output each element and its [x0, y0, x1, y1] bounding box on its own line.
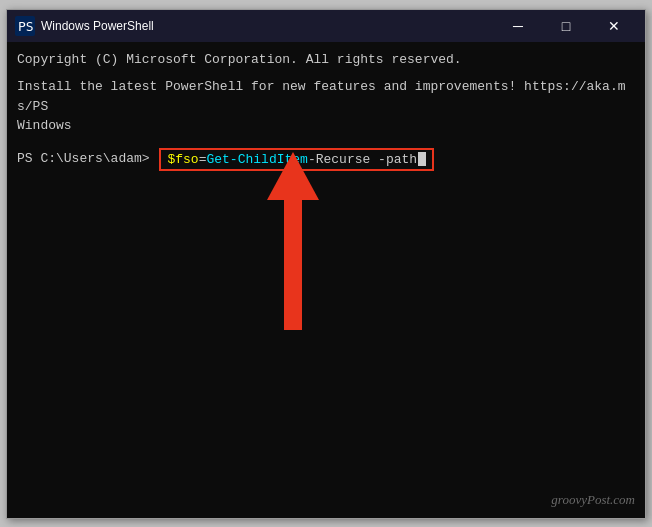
- cmd-assign: =: [199, 152, 207, 167]
- svg-text:PS: PS: [18, 19, 34, 34]
- terminal-line-3: Install the latest PowerShell for new fe…: [17, 77, 635, 116]
- watermark: groovyPost.com: [551, 492, 635, 508]
- arrow-shaft: [284, 200, 302, 330]
- minimize-button[interactable]: ─: [495, 10, 541, 42]
- prompt-text: PS C:\Users\adam>: [17, 149, 150, 169]
- title-bar: PS Windows PowerShell ─ □ ✕: [7, 10, 645, 42]
- maximize-button[interactable]: □: [543, 10, 589, 42]
- terminal-line-4: Windows: [17, 116, 635, 136]
- cursor: [418, 152, 426, 166]
- terminal-body[interactable]: Copyright (C) Microsoft Corporation. All…: [7, 42, 645, 518]
- arrow-head: [267, 152, 319, 200]
- close-button[interactable]: ✕: [591, 10, 637, 42]
- terminal-line-1: Copyright (C) Microsoft Corporation. All…: [17, 50, 635, 70]
- cmd-variable: $fso: [167, 152, 198, 167]
- arrow-annotation: [267, 152, 319, 330]
- window-controls: ─ □ ✕: [495, 10, 637, 42]
- command-line: PS C:\Users\adam> $fso = Get-ChildItem -…: [17, 148, 635, 171]
- cmd-params: -Recurse -path: [308, 152, 417, 167]
- window-title: Windows PowerShell: [41, 19, 495, 33]
- powershell-window: PS Windows PowerShell ─ □ ✕ Copyright (C…: [6, 9, 646, 519]
- powershell-icon: PS: [15, 16, 35, 36]
